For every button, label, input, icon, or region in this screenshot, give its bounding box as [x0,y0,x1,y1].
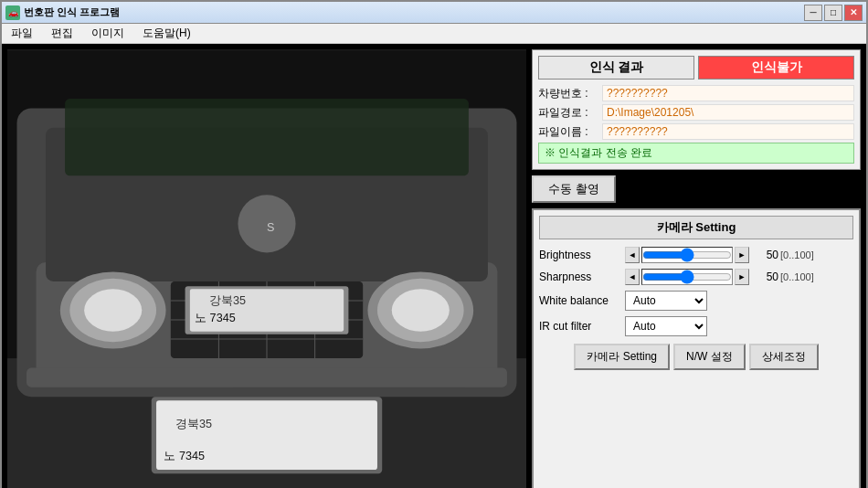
svg-rect-5 [65,99,469,175]
close-button[interactable]: ✕ [844,5,863,21]
svg-point-11 [392,289,450,331]
result-box: 인식 결과 인식불가 차량번호 : ?????????? 파일경로 : D:\I… [532,49,861,170]
right-panel: 인식 결과 인식불가 차량번호 : ?????????? 파일경로 : D:\I… [532,49,861,488]
menu-image[interactable]: 이미지 [86,24,130,43]
camera-setting-button[interactable]: 카메라 Setting [574,344,670,370]
maximize-button[interactable]: □ [824,5,842,21]
brightness-value: 50 [751,249,778,261]
camera-setting-title: 카메라 Setting [539,216,853,239]
brightness-range: [0..100] [780,249,814,260]
main-window: 🚗 번호판 인식 프로그램 ─ □ ✕ 파일 편집 이미지 도움말(H) [0,0,868,488]
brightness-row: Brightness ◄ ► 50 [0..100] [539,247,853,263]
white-balance-select[interactable]: Auto Manual Indoor Outdoor [625,291,707,311]
sharpness-value: 50 [751,271,778,283]
vehicle-number-label: 차량번호 : [538,86,602,101]
menu-bar: 파일 편집 이미지 도움말(H) [2,24,866,44]
ir-cut-select[interactable]: Auto On Off [625,316,707,336]
manual-capture-button[interactable]: 수동 촬영 [532,175,616,203]
result-header: 인식 결과 인식불가 [538,56,854,80]
menu-file[interactable]: 파일 [5,24,38,43]
svg-text:경북35: 경북35 [175,418,212,430]
file-path-value: D:\Image\201205\ [602,104,854,121]
result-fail: 인식불가 [698,56,854,80]
vehicle-number-value: ?????????? [602,85,854,101]
result-status: ※ 인식결과 전송 완료 [538,143,854,164]
manual-btn-row: 수동 촬영 [532,174,861,205]
window-title: 번호판 인식 프로그램 [24,5,120,19]
file-path-row: 파일경로 : D:\Image\201205\ [538,104,854,121]
brightness-label: Brightness [539,249,621,261]
camera-btn-row: 카메라 Setting N/W 설정 상세조정 [539,344,853,370]
nw-setting-button[interactable]: N/W 설정 [673,344,746,370]
brightness-input[interactable] [642,248,732,262]
vehicle-number-row: 차량번호 : ?????????? [538,85,854,101]
svg-text:강북35: 강북35 [209,294,246,307]
car-image: S 강북35 노 7345 경북35 노 7345 [7,49,526,488]
file-name-row: 파일이름 : ?????????? [538,123,854,140]
white-balance-row: White balance Auto Manual Indoor Outdoor [539,291,853,311]
title-bar: 🚗 번호판 인식 프로그램 ─ □ ✕ [2,2,866,24]
title-bar-controls: ─ □ ✕ [804,5,863,21]
brightness-decrease-button[interactable]: ◄ [625,247,640,263]
file-name-value: ?????????? [602,123,854,140]
file-name-label: 파일이름 : [538,124,602,140]
sharpness-slider-track[interactable] [641,269,733,285]
minimize-button[interactable]: ─ [804,5,822,21]
sharpness-input[interactable] [642,270,732,284]
sharpness-increase-button[interactable]: ► [735,269,749,285]
title-bar-left: 🚗 번호판 인식 프로그램 [5,5,120,20]
menu-help[interactable]: 도움말(H) [137,24,196,43]
brightness-slider-container: ◄ ► 50 [0..100] [625,247,814,263]
svg-rect-29 [26,368,507,387]
ir-cut-row: IR cut filter Auto On Off [539,316,853,336]
camera-view: S 강북35 노 7345 경북35 노 7345 [7,49,526,488]
detail-setting-button[interactable]: 상세조정 [749,344,819,370]
svg-text:노 7345: 노 7345 [195,312,236,324]
file-path-label: 파일경로 : [538,105,602,121]
sharpness-slider-container: ◄ ► 50 [0..100] [625,269,814,285]
menu-edit[interactable]: 편집 [46,24,79,43]
sharpness-row: Sharpness ◄ ► 50 [0..100] [539,269,853,285]
sharpness-decrease-button[interactable]: ◄ [625,269,640,285]
ir-cut-label: IR cut filter [539,320,621,333]
sharpness-label: Sharpness [539,271,621,283]
svg-text:S: S [267,221,274,234]
app-icon: 🚗 [5,5,20,20]
svg-point-8 [84,289,142,331]
brightness-slider-track[interactable] [641,247,733,263]
main-content: S 강북35 노 7345 경북35 노 7345 인식 결과 [2,44,866,488]
result-title: 인식 결과 [538,56,694,80]
brightness-increase-button[interactable]: ► [735,247,749,263]
camera-setting-box: 카메라 Setting Brightness ◄ ► 50 [0..100] [532,208,861,488]
sharpness-range: [0..100] [780,271,814,282]
svg-text:노 7345: 노 7345 [164,450,205,462]
white-balance-label: White balance [539,294,621,307]
